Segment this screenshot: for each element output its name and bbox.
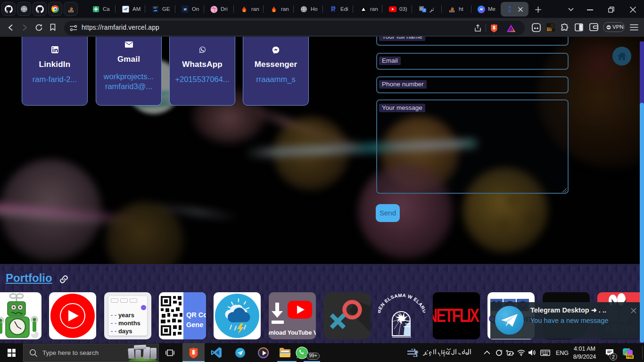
svg-text:wnload YouTube Vi: wnload YouTube Vi: [269, 329, 316, 336]
svg-text:R: R: [508, 10, 511, 13]
svg-text:st: st: [183, 8, 187, 11]
svg-text:BEN ELSAMA W ELARD: BEN ELSAMA W ELARD: [378, 293, 425, 314]
svg-text:t: t: [424, 8, 425, 12]
svg-text:GET: GET: [153, 6, 158, 8]
svg-text:R: R: [508, 6, 511, 9]
